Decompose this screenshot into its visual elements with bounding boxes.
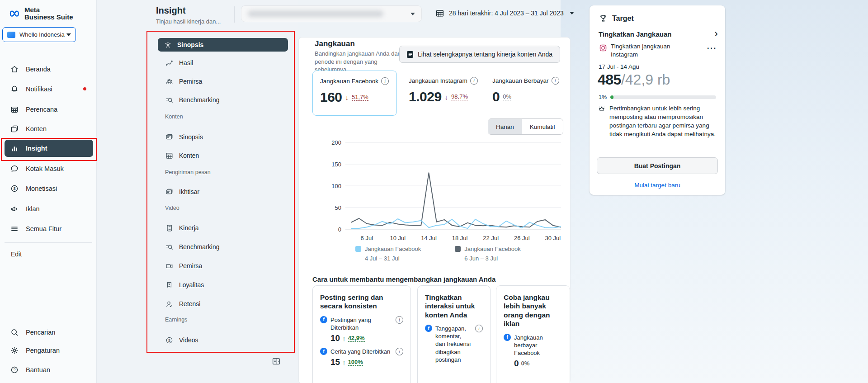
sidebar-item-bantuan[interactable]: ? Bantuan [10,364,50,376]
nav-item-hasil[interactable]: Hasil [165,57,193,69]
collapse-panel-icon[interactable] [271,356,281,366]
sidebar-item-label: Pencarian [26,329,55,336]
sidebar-item-label: Pengaturan [26,347,60,354]
nav-item-benchmarking[interactable]: Benchmarking [165,94,220,106]
nav-item-video-benchmarking[interactable]: Benchmarking [165,241,220,253]
sidebar-item-label: Notifikasi [26,85,52,93]
gear-icon [10,346,19,355]
nav-item-label: Videos [179,336,198,344]
goal-progress-pct: 1% [599,94,607,100]
info-icon[interactable]: i [475,325,483,332]
nav-item-pemirsa[interactable]: Pemirsa [165,75,202,88]
see-more-label: Lihat selengkapnya tentang kinerja konte… [418,51,552,58]
nav-item-video-kinerja[interactable]: Kinerja [165,222,199,234]
nav-item-label: Pemirsa [179,262,202,270]
tab-kumulatif[interactable]: Kumulatif [522,119,563,134]
metric-card-berbayar[interactable]: Jangkauan Berbayari 0 0% [492,71,570,116]
nav-item-label: Loyalitas [179,281,204,288]
sidebar-item-iklan[interactable]: Iklan [10,203,40,215]
metric-value: 160 [320,90,342,105]
chevron-down-icon [66,33,71,36]
sidebar-item-pengaturan[interactable]: Pengaturan [10,344,60,357]
nav-item-konten-konten[interactable]: Konten [165,149,199,162]
info-icon[interactable]: i [396,348,403,355]
date-range-selector[interactable]: 28 hari terakhir: 4 Jul 2023 – 31 Jul 20… [435,8,574,18]
sidebar-item-monetisasi[interactable]: $ Monetisasi [10,182,57,195]
info-icon[interactable]: i [552,77,559,85]
goal-progress-value: 485 [598,71,621,88]
growth-metric-delta: 0% [521,360,530,367]
sidebar-edit-button[interactable]: Edit [11,251,22,258]
sidebar-item-label: Bantuan [26,366,50,374]
metric-delta: 0% [503,93,511,100]
sidebar-item-pencarian[interactable]: Pencarian [10,326,55,339]
notification-dot [83,87,86,90]
sidebar-item-perencana[interactable]: Perencana [10,103,57,116]
nav-item-ikhtisar[interactable]: Ikhtisar [165,185,199,198]
legend-period: 4 Jul – 31 Jul [365,255,421,262]
metric-card-instagram[interactable]: Jangkauan Instagrami 1.029 ↓ 98,7% [409,71,490,116]
svg-text:$: $ [13,186,15,191]
facebook-icon: f [504,334,511,341]
section-description: Bandingkan jangkauan Anda dari periode i… [315,50,407,74]
account-selector[interactable]: Whello Indonesia [2,27,76,42]
notebook-icon [165,224,174,232]
metric-card-facebook[interactable]: Jangkauan Facebooki 160 ↓ 51,7% [312,71,397,116]
insight-bars-icon [10,144,19,153]
video-camera-icon [165,262,174,270]
chat-bubble-icon [10,164,19,173]
more-options-button[interactable]: ··· [707,44,717,52]
sidebar-item-semua-fitur[interactable]: Semua Fitur [10,222,61,235]
growth-metric-delta: 42,9% [348,335,365,342]
info-icon[interactable]: i [470,77,478,85]
metric-label: Jangkauan Instagram [409,77,467,84]
sidebar-item-beranda[interactable]: Beranda [10,63,51,76]
info-icon[interactable]: i [396,316,403,324]
nav-item-label: Pemirsa [179,78,202,85]
tab-harian[interactable]: Harian [488,119,522,134]
granularity-tabs: Harian Kumulatif [488,118,563,135]
sidebar-item-kotak-masuk[interactable]: Kotak Masuk [10,162,64,175]
goal-title: Tingkatkan Jangkauan [599,30,671,38]
question-circle-icon: ? [10,365,19,374]
account-avatar [7,32,15,38]
create-post-button[interactable]: Buat Postingan [597,157,718,174]
nav-item-label: Benchmarking [179,96,220,104]
sidebar-item-label: Iklan [26,205,40,213]
nav-item-video-pemirsa[interactable]: Pemirsa [165,260,202,272]
metric-value: 0 [492,89,500,104]
nav-item-earnings-videos[interactable]: $ Videos [165,334,198,346]
section-title: Jangkauan [315,39,355,48]
svg-text:26 Jul: 26 Jul [514,235,530,241]
legend-label: Jangkauan Facebook [464,246,520,252]
benchmark-search-icon [165,96,174,104]
new-target-link[interactable]: Mulai target baru [590,182,725,189]
see-more-button[interactable]: Lihat selengkapnya tentang kinerja konte… [399,46,560,63]
sidebar-item-insight[interactable]: Insight [5,140,93,157]
sidebar-item-notifikasi[interactable]: Notifikasi [10,83,52,95]
sidebar-item-konten[interactable]: Konten [10,123,47,135]
info-icon[interactable]: i [381,77,389,85]
nav-item-label: Benchmarking [179,243,220,251]
nav-item-label: Retensi [179,300,200,307]
goal-desc: Tingkatkan jangkauan Instagram [611,43,687,58]
nav-item-konten-sinopsis[interactable]: Sinopsis [165,131,203,143]
legend-period: 6 Jun – 3 Jul [464,255,520,262]
sidebar-item-label: Kotak Masuk [26,165,64,172]
nav-section-konten: Konten [165,113,183,120]
goal-date-range: 17 Jul - 14 Agu [599,63,639,70]
growth-metric-label: Cerita yang Diterbitkan [330,348,392,355]
legend-label: Jangkauan Facebook [365,246,421,252]
asset-search-redacted[interactable] [241,5,422,22]
nav-item-sinopsis-selected[interactable]: Sinopsis [158,38,288,52]
chevron-right-icon[interactable]: › [714,27,718,40]
growth-metric-value: 10 [330,333,340,343]
search-icon [10,328,19,337]
svg-text:18 Jul: 18 Jul [452,235,468,241]
nav-item-video-loyalitas[interactable]: Loyalitas [165,279,204,291]
nav-item-video-retensi[interactable]: Retensi [165,298,200,310]
legend-swatch-current [355,246,361,252]
reach-chart: 2001501005006 Jul10 Jul14 Jul18 Jul22 Ju… [311,138,563,245]
growth-card-interaksi: Tingkatkan interaksi untuk konten Anda f… [417,285,491,383]
megaphone-icon [10,204,19,213]
